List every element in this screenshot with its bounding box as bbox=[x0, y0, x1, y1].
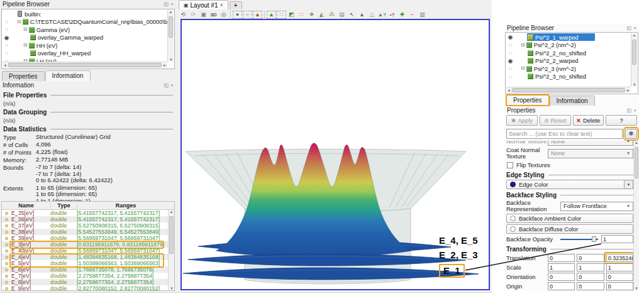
table-row[interactable]: E_38[eV]double[5.54527553849, 5.54527553… bbox=[2, 229, 168, 235]
help-button[interactable]: ? bbox=[606, 115, 637, 126]
backface-opacity-input[interactable]: 1 bbox=[601, 235, 633, 243]
edge-color-button[interactable]: Edge Color bbox=[506, 180, 625, 189]
orientation-x-input[interactable]: 0 bbox=[548, 273, 575, 281]
pipeline-item[interactable]: ◉Psi^2_2_warped bbox=[506, 57, 631, 65]
tab-properties[interactable]: Properties bbox=[2, 71, 45, 81]
expander-icon[interactable]: ⊟ bbox=[23, 27, 28, 32]
select-cells-through-icon[interactable]: ◩ bbox=[287, 11, 296, 19]
backface-ambient-color-button[interactable]: Backface Ambient Color bbox=[506, 214, 633, 223]
pipeline-item[interactable]: ○⊟Gamma (eV) bbox=[3, 26, 167, 34]
close-panel-icon[interactable]: × bbox=[170, 83, 174, 88]
shrink-selection-icon[interactable]: − bbox=[408, 11, 417, 19]
expander-icon[interactable]: ⊟ bbox=[521, 43, 525, 48]
table-row[interactable]: E_8[eV]double[2.2758877354, 2.2758877354… bbox=[2, 279, 168, 285]
gear-button[interactable]: ✱ bbox=[625, 129, 637, 139]
close-panel-icon[interactable]: × bbox=[170, 2, 174, 7]
interactive-select-cells-icon[interactable]: ◭ bbox=[317, 11, 326, 19]
table-row[interactable]: E_9[eV]double[2.82770080152, 2.827700801… bbox=[2, 285, 168, 290]
eye-closed-icon[interactable]: ○ bbox=[3, 19, 11, 25]
vertical-scrollbar[interactable]: ▲▼ bbox=[167, 10, 174, 62]
delete-button[interactable]: ✕Delete bbox=[573, 115, 604, 126]
grow-selection-icon[interactable]: ✚ bbox=[397, 11, 407, 19]
select-cells-on-icon[interactable]: ▲ bbox=[267, 11, 276, 19]
pipeline-item[interactable]: ◉Psi^2_1_warped bbox=[506, 33, 631, 41]
eye-open-icon[interactable]: ◉ bbox=[506, 34, 514, 40]
table-row[interactable]: E_4[eV]double[1.48384835168, 1.483848351… bbox=[2, 254, 168, 260]
eye-closed-icon[interactable]: ○ bbox=[3, 26, 11, 33]
select-points-through-icon[interactable]: ∷ bbox=[297, 11, 306, 19]
scale-y-input[interactable]: 1 bbox=[577, 263, 604, 271]
pipeline-item[interactable]: ○overlay_HH_warped bbox=[3, 50, 167, 58]
backface-diffuse-color-button[interactable]: Backface Diffuse Color bbox=[506, 224, 633, 234]
expander-icon[interactable]: ⊟ bbox=[23, 43, 28, 48]
tab-layout-1[interactable]: ▣ Layout #1 × bbox=[179, 0, 228, 9]
search-input[interactable] bbox=[506, 129, 623, 139]
reset-camera-closest-icon[interactable]: ⟳ bbox=[189, 11, 198, 19]
tab-properties[interactable]: Properties bbox=[506, 95, 549, 106]
select-cells-polygon-icon[interactable]: ▲ bbox=[357, 11, 367, 19]
render-view[interactable]: E_4, E_5 E_2, E_3 E_1 bbox=[180, 19, 490, 290]
table-row[interactable]: E_39[eV]double[5.56959731047, 5.56959731… bbox=[2, 235, 168, 241]
select-points-on-icon[interactable]: ∷ bbox=[277, 11, 286, 19]
origin-y-input[interactable]: 0 bbox=[577, 282, 604, 290]
translation-z-input[interactable]: 0.323524651 bbox=[606, 254, 633, 262]
apply-button[interactable]: ✱Apply bbox=[506, 115, 538, 126]
zoom-closest-to-data-icon[interactable]: ● bbox=[233, 11, 242, 19]
float-panel-icon[interactable]: ◱ bbox=[164, 2, 169, 7]
backface-representation-select[interactable]: Follow Frontface▼ bbox=[560, 202, 633, 211]
eye-closed-icon[interactable]: ○ bbox=[506, 65, 514, 72]
tab-information[interactable]: Information bbox=[550, 96, 595, 106]
table-header[interactable]: Name Type Ranges bbox=[2, 202, 174, 210]
normal-texture-select[interactable]: None▼ bbox=[548, 141, 633, 146]
float-panel-icon[interactable]: ◱ bbox=[627, 26, 632, 31]
eye-open-icon[interactable]: ◉ bbox=[506, 58, 514, 64]
hide-selection-icon[interactable]: − bbox=[243, 11, 252, 19]
close-tab-icon[interactable]: × bbox=[220, 2, 223, 8]
eye-closed-icon[interactable]: ○ bbox=[3, 50, 11, 57]
toggle-2d3d-icon[interactable]: 3D bbox=[209, 11, 218, 19]
zoom-to-data-icon[interactable]: ◎ bbox=[219, 11, 228, 19]
eye-closed-icon[interactable]: ○ bbox=[506, 74, 514, 80]
table-row[interactable]: E_7[eV]double[2.2758877354, 2.2758877354… bbox=[2, 273, 168, 279]
add-layout-tab-button[interactable]: + bbox=[230, 1, 242, 9]
float-panel-icon[interactable]: ◱ bbox=[627, 108, 632, 113]
clear-selection-icon[interactable]: ▥ bbox=[418, 11, 427, 19]
eye-closed-icon[interactable]: ○ bbox=[3, 42, 11, 48]
edge-color-dropdown[interactable]: ▼ bbox=[625, 180, 633, 189]
eye-closed-icon[interactable]: ○ bbox=[506, 42, 514, 48]
pipeline-item[interactable]: ○⊟C:\TESTCASE\2DQuantumCorral_nnp\bias_0… bbox=[3, 18, 167, 26]
pipeline-item[interactable]: ○⊟Psi^2_2 (nm^-2) bbox=[506, 41, 631, 50]
interactive-select-points-icon[interactable]: ⁂ bbox=[327, 11, 336, 19]
pipeline-item[interactable]: ○⊟Psi^2_3 (nm^-2) bbox=[506, 65, 631, 73]
select-block-icon[interactable]: ❖ bbox=[307, 11, 316, 19]
expander-icon[interactable]: ⊟ bbox=[17, 19, 21, 25]
table-row[interactable]: E_6[eV]double[1.7666735078, 1.7666735078… bbox=[2, 266, 168, 273]
origin-x-input[interactable]: 0 bbox=[548, 282, 575, 290]
vertical-scrollbar[interactable]: ▲▼ bbox=[168, 210, 174, 290]
table-row[interactable]: E_36[eV]double[5.41557742317, 5.41557742… bbox=[2, 216, 168, 222]
table-row[interactable]: E_37[eV]double[5.52750908315, 5.52750908… bbox=[2, 222, 168, 229]
float-panel-icon[interactable]: ◱ bbox=[164, 83, 169, 88]
pipeline-item[interactable]: builtin: bbox=[3, 10, 167, 18]
translation-x-input[interactable]: 0 bbox=[548, 254, 575, 262]
pipeline-item[interactable]: ○Psi^2_2_no_shifted bbox=[506, 49, 631, 57]
origin-z-input[interactable]: 0 bbox=[606, 282, 633, 290]
hover-cells-icon[interactable]: ▤ bbox=[337, 11, 347, 19]
flip-textures-checkbox[interactable] bbox=[507, 162, 513, 168]
scale-z-input[interactable]: 1 bbox=[606, 263, 633, 271]
capture-screenshot-icon[interactable]: ▣ bbox=[199, 11, 208, 19]
coat-normal-texture-select[interactable]: None▼ bbox=[548, 149, 633, 158]
pipeline-item[interactable]: ◉overlay_Gamma_warped bbox=[3, 34, 167, 42]
vertical-scrollbar[interactable]: ▲▼ bbox=[633, 141, 639, 290]
orientation-z-input[interactable]: 0 bbox=[606, 273, 633, 281]
reset-camera-icon[interactable]: ⟲ bbox=[179, 11, 188, 19]
table-row[interactable]: E_5[eV]double[1.50389066563, 1.503890665… bbox=[2, 260, 168, 266]
close-panel-icon[interactable]: × bbox=[633, 26, 636, 31]
orientation-y-input[interactable]: 0 bbox=[577, 273, 604, 281]
table-row[interactable]: E_3[eV]double[0.831195911679, 0.83119591… bbox=[2, 241, 168, 248]
query-cells-icon[interactable]: ▲? bbox=[377, 11, 387, 19]
horizontal-scrollbar[interactable]: ◄► bbox=[3, 62, 167, 68]
vertical-scrollbar[interactable]: ▲▼ bbox=[631, 33, 637, 87]
eye-open-icon[interactable]: ◉ bbox=[3, 35, 11, 41]
backface-opacity-slider[interactable] bbox=[560, 235, 598, 243]
